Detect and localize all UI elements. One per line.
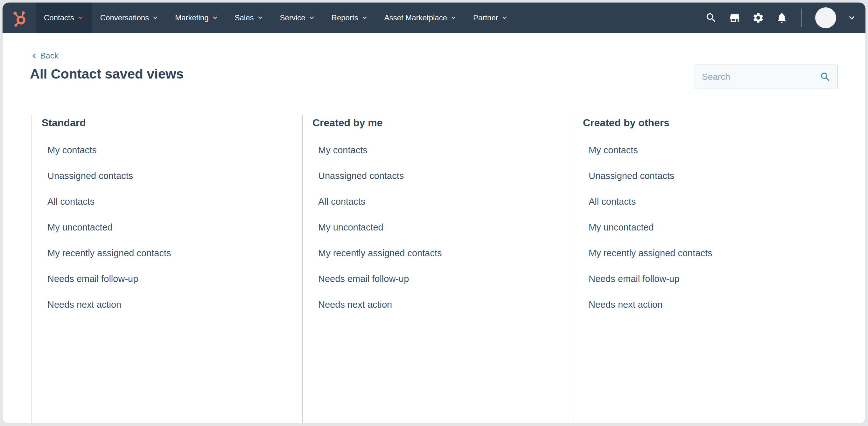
nav-item-label: Reports bbox=[332, 13, 358, 22]
chevron-down-icon bbox=[309, 14, 315, 21]
saved-view-item[interactable]: All contacts bbox=[589, 196, 865, 207]
nav-divider bbox=[801, 8, 802, 27]
back-link[interactable]: Back bbox=[31, 51, 59, 61]
saved-view-item[interactable]: My uncontacted bbox=[48, 222, 302, 233]
saved-views-content: Standard My contacts Unassigned contacts… bbox=[3, 103, 865, 423]
nav-items: Contacts Conversations Marketing Sales S… bbox=[36, 3, 516, 33]
chevron-down-icon bbox=[257, 14, 264, 21]
saved-views-columns: Standard My contacts Unassigned contacts… bbox=[31, 115, 865, 423]
saved-view-item[interactable]: My uncontacted bbox=[589, 222, 865, 233]
nav-item-asset-marketplace[interactable]: Asset Marketplace bbox=[376, 3, 465, 33]
chevron-down-icon[interactable] bbox=[848, 14, 856, 22]
saved-view-item[interactable]: My contacts bbox=[589, 144, 865, 156]
saved-view-item[interactable]: Needs next action bbox=[318, 299, 573, 310]
nav-item-service[interactable]: Service bbox=[272, 3, 323, 33]
marketplace-icon[interactable] bbox=[728, 12, 741, 24]
search-icon[interactable] bbox=[705, 12, 717, 24]
saved-view-item[interactable]: Needs next action bbox=[589, 299, 865, 310]
chevron-down-icon bbox=[362, 14, 368, 21]
nav-item-label: Service bbox=[280, 13, 306, 22]
nav-item-label: Partner bbox=[473, 13, 498, 22]
column-heading: Created by me bbox=[312, 117, 573, 129]
saved-view-item[interactable]: Needs email follow-up bbox=[318, 273, 573, 285]
user-avatar[interactable] bbox=[815, 7, 836, 28]
search-icon[interactable] bbox=[819, 71, 831, 83]
saved-view-item[interactable]: My uncontacted bbox=[318, 222, 573, 233]
nav-item-reports[interactable]: Reports bbox=[323, 3, 376, 33]
chevron-left-icon bbox=[31, 52, 38, 60]
view-search-input[interactable] bbox=[701, 71, 819, 83]
chevron-down-icon bbox=[152, 14, 158, 21]
saved-view-item[interactable]: All contacts bbox=[48, 196, 302, 207]
column-standard: Standard My contacts Unassigned contacts… bbox=[31, 115, 302, 423]
top-navbar: Contacts Conversations Marketing Sales S… bbox=[3, 3, 865, 33]
column-created-by-others: Created by others My contacts Unassigned… bbox=[573, 115, 865, 423]
saved-view-item[interactable]: My recently assigned contacts bbox=[589, 247, 865, 259]
saved-view-list: My contacts Unassigned contacts All cont… bbox=[32, 144, 302, 310]
saved-view-item[interactable]: Unassigned contacts bbox=[318, 170, 573, 182]
settings-gear-icon[interactable] bbox=[752, 12, 764, 24]
nav-item-contacts[interactable]: Contacts bbox=[36, 3, 92, 33]
nav-item-marketing[interactable]: Marketing bbox=[167, 3, 226, 33]
nav-item-sales[interactable]: Sales bbox=[226, 3, 272, 33]
notifications-bell-icon[interactable] bbox=[776, 12, 788, 24]
column-heading: Standard bbox=[42, 117, 302, 129]
saved-view-item[interactable]: Needs email follow-up bbox=[48, 273, 302, 285]
chevron-down-icon bbox=[450, 14, 457, 21]
nav-item-label: Asset Marketplace bbox=[384, 13, 447, 22]
nav-right-actions bbox=[705, 3, 865, 33]
chevron-down-icon bbox=[501, 14, 508, 21]
back-label: Back bbox=[40, 51, 59, 61]
nav-item-label: Conversations bbox=[100, 13, 149, 22]
hubspot-sprocket-icon bbox=[12, 8, 27, 27]
saved-view-item[interactable]: My contacts bbox=[318, 144, 573, 156]
hubspot-logo[interactable] bbox=[3, 3, 36, 33]
saved-view-item[interactable]: My recently assigned contacts bbox=[318, 247, 573, 259]
saved-view-item[interactable]: My contacts bbox=[48, 144, 302, 156]
nav-item-conversations[interactable]: Conversations bbox=[92, 3, 167, 33]
chevron-down-icon bbox=[77, 14, 84, 21]
saved-view-list: My contacts Unassigned contacts All cont… bbox=[303, 144, 573, 310]
column-heading: Created by others bbox=[583, 117, 865, 129]
saved-view-item[interactable]: All contacts bbox=[318, 196, 573, 207]
page-title: All Contact saved views bbox=[30, 66, 184, 82]
nav-item-label: Contacts bbox=[44, 13, 74, 22]
saved-view-item[interactable]: Needs email follow-up bbox=[589, 273, 865, 285]
nav-item-partner[interactable]: Partner bbox=[465, 3, 516, 33]
saved-view-item[interactable]: Unassigned contacts bbox=[48, 170, 302, 182]
saved-view-list: My contacts Unassigned contacts All cont… bbox=[574, 144, 865, 310]
saved-view-item[interactable]: My recently assigned contacts bbox=[48, 247, 302, 259]
saved-view-item[interactable]: Unassigned contacts bbox=[589, 170, 865, 182]
nav-item-label: Sales bbox=[235, 13, 254, 22]
column-created-by-me: Created by me My contacts Unassigned con… bbox=[302, 115, 573, 423]
app-window: Contacts Conversations Marketing Sales S… bbox=[3, 3, 865, 423]
chevron-down-icon bbox=[212, 14, 218, 21]
page-header: Back All Contact saved views bbox=[3, 33, 865, 103]
screenshot-stage: Contacts Conversations Marketing Sales S… bbox=[0, 0, 868, 426]
nav-item-label: Marketing bbox=[175, 13, 209, 22]
view-search-box bbox=[694, 65, 838, 89]
saved-view-item[interactable]: Needs next action bbox=[48, 299, 302, 310]
